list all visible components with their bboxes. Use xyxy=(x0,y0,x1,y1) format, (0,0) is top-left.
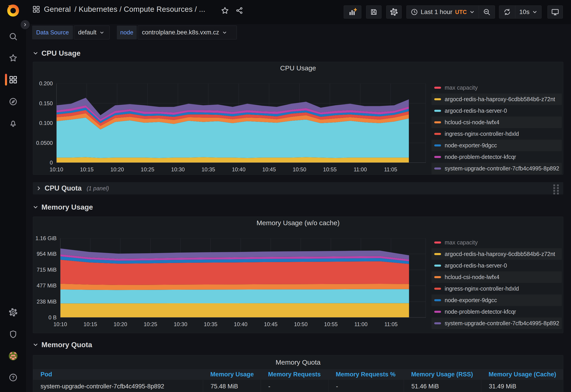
x-axis-tick: 10:10 xyxy=(50,166,63,173)
legend-swatch xyxy=(434,311,441,313)
legend-label: node-exporter-9dgcc xyxy=(445,297,497,304)
legend-label: argocd-redis-ha-haproxy-6cdbb584b6-z72nt xyxy=(445,96,555,102)
x-axis-tick: 10:35 xyxy=(204,321,217,327)
breadcrumb-folder[interactable]: General xyxy=(44,5,71,14)
share-icon[interactable] xyxy=(235,7,243,14)
legend-swatch xyxy=(434,276,441,278)
x-axis-tick: 10:55 xyxy=(323,166,337,173)
svg-text:?: ? xyxy=(12,375,14,380)
variable-select-node[interactable]: controlplane.bee.k8s.vxm.cz xyxy=(138,26,237,39)
row-title-memory-quota: Memory Quota xyxy=(42,341,92,349)
legend-label: node-problem-detector-kfcqr xyxy=(445,308,516,315)
shield-icon xyxy=(9,330,18,339)
sidebar-item-profile[interactable] xyxy=(0,349,26,363)
star-icon xyxy=(9,53,18,62)
sidebar-expand-button[interactable] xyxy=(20,19,30,30)
legend-item[interactable]: node-exporter-9dgcc xyxy=(431,294,562,306)
y-axis-tick: 0.100 xyxy=(39,120,53,126)
memory_usage-plot-area[interactable] xyxy=(60,238,426,318)
variable-label-datasource: Data Source xyxy=(32,26,73,39)
column-header[interactable]: Memory Usage (RSS) xyxy=(404,369,481,380)
panel-cpu-usage: CPU Usage 10:1010:1510:2010:2510:3010:35… xyxy=(33,62,563,175)
sidebar-item-dashboards[interactable] xyxy=(0,73,26,86)
timezone-label: UTC xyxy=(455,9,467,15)
memory_usage-legend: max capacityargocd-redis-ha-haproxy-6cdb… xyxy=(431,237,562,329)
column-header[interactable]: Memory Usage (Cache) xyxy=(481,369,563,380)
row-drag-handle[interactable] xyxy=(553,184,560,194)
legend-item[interactable]: ingress-nginx-controller-hdxld xyxy=(431,128,562,140)
x-axis-tick: 11:05 xyxy=(384,166,397,173)
sidebar-item-server-admin[interactable] xyxy=(0,327,26,341)
legend-item[interactable]: ingress-nginx-controller-hdxld xyxy=(431,283,562,294)
table-header-row: PodMemory UsageMemory RequestsMemory Req… xyxy=(33,369,563,380)
variable-select-datasource[interactable]: default xyxy=(74,26,110,39)
legend-item[interactable]: hcloud-csi-node-lwfx4 xyxy=(431,271,562,283)
row-header-cpu-quota[interactable]: CPU Quota (1 panel) xyxy=(33,182,563,195)
sidebar-item-search[interactable] xyxy=(0,30,26,43)
user-avatar xyxy=(8,351,18,361)
add-panel-button[interactable] xyxy=(344,5,361,19)
sidebar: ? xyxy=(0,0,26,392)
row-header-memory-quota[interactable]: Memory Quota xyxy=(33,339,92,350)
sidebar-item-favorites[interactable] xyxy=(0,51,26,65)
column-header[interactable]: Memory Usage xyxy=(203,369,261,380)
legend-item[interactable]: argocd-redis-ha-haproxy-6cdbb584b6-z72nt xyxy=(431,248,562,260)
legend-swatch xyxy=(434,121,441,123)
legend-item[interactable]: hcloud-csi-node-lwfx4 xyxy=(431,117,562,128)
refresh-icon xyxy=(503,8,511,16)
refresh-button[interactable] xyxy=(499,6,515,18)
legend-item[interactable]: argocd-redis-ha-server-0 xyxy=(431,260,562,271)
y-axis-tick: 954 MiB xyxy=(37,251,57,257)
refresh-interval-select[interactable]: 10s xyxy=(515,6,541,18)
breadcrumb[interactable]: General / Kubernetes / Compute Resources… xyxy=(32,5,205,14)
panel-title-memory-quota[interactable]: Memory Quota xyxy=(33,359,563,366)
x-axis-tick: 11:05 xyxy=(385,321,398,327)
memory-quota-table: PodMemory UsageMemory RequestsMemory Req… xyxy=(33,369,563,392)
legend-label: system-upgrade-controller-7cfb4c4995-8p8… xyxy=(445,165,559,172)
time-range-picker[interactable]: Last 1 hour UTC xyxy=(407,6,479,18)
bell-icon xyxy=(9,119,18,128)
time-range-label: Last 1 hour xyxy=(421,8,452,16)
legend-label: argocd-redis-ha-server-0 xyxy=(445,262,507,269)
legend-swatch xyxy=(434,288,441,290)
y-axis-tick: 477 MiB xyxy=(37,282,57,289)
cpu_usage-plot-area[interactable] xyxy=(56,84,426,163)
cycle-view-mode-button[interactable] xyxy=(547,5,563,19)
column-header[interactable]: Pod xyxy=(33,369,203,380)
sidebar-item-alerting[interactable] xyxy=(0,117,26,130)
grafana-logo[interactable] xyxy=(0,4,26,17)
y-axis-tick: 0 B xyxy=(48,314,57,321)
legend-swatch xyxy=(434,299,441,301)
row-header-memory-usage[interactable]: Memory Usage xyxy=(33,202,93,212)
legend-item[interactable]: argocd-redis-ha-server-0 xyxy=(431,105,562,117)
legend-item[interactable]: node-exporter-9dgcc xyxy=(431,140,562,151)
legend-label: system-upgrade-controller-7cfb4c4995-8p8… xyxy=(445,320,559,327)
table-cell: system-upgrade-controller-7cfb4c4995-8p8… xyxy=(33,380,203,392)
save-dashboard-button[interactable] xyxy=(366,5,382,19)
legend-swatch xyxy=(434,144,441,146)
legend-item[interactable]: argocd-redis-ha-haproxy-6cdbb584b6-z72nt xyxy=(431,94,562,105)
x-axis-tick: 10:30 xyxy=(174,321,187,327)
zoom-out-button[interactable] xyxy=(479,6,495,18)
series-area-argocd-redis-ha-server-0 xyxy=(60,289,409,304)
sidebar-item-configuration[interactable] xyxy=(0,306,26,319)
chevron-down-icon xyxy=(33,342,38,347)
legend-item[interactable]: max capacity xyxy=(431,82,562,94)
legend-item[interactable]: system-upgrade-controller-7cfb4c4995-8p8… xyxy=(431,163,562,174)
sidebar-item-explore[interactable] xyxy=(0,95,26,108)
column-header[interactable]: Memory Requests % xyxy=(328,369,404,380)
sidebar-item-help[interactable]: ? xyxy=(0,371,26,384)
legend-item[interactable]: system-upgrade-controller-7cfb4c4995-8p8… xyxy=(431,318,562,329)
x-axis-tick: 11:00 xyxy=(354,166,367,173)
dashboard-settings-button[interactable] xyxy=(386,5,402,19)
legend-item[interactable]: node-problem-detector-kfcqr xyxy=(431,151,562,163)
legend-swatch xyxy=(434,98,441,100)
gear-icon xyxy=(9,308,18,317)
legend-item[interactable]: node-problem-detector-kfcqr xyxy=(431,306,562,318)
row-header-cpu-usage[interactable]: CPU Usage xyxy=(33,48,81,58)
column-header[interactable]: Memory Requests xyxy=(261,369,328,380)
panel-title-memory-usage[interactable]: Memory Usage (w/o cache) xyxy=(33,219,563,227)
panel-title-cpu-usage[interactable]: CPU Usage xyxy=(33,64,563,72)
legend-item[interactable]: max capacity xyxy=(431,237,562,248)
favorite-star-icon[interactable] xyxy=(221,6,229,15)
